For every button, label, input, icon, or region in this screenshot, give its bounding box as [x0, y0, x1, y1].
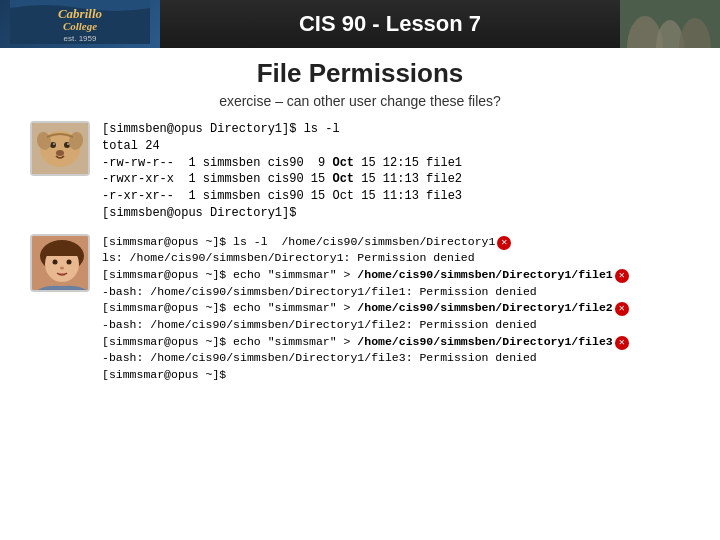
terminal-bottom-line-4: -bash: /home/cis90/simmsben/Directory1/f…: [102, 284, 690, 301]
terminal-top: [simmsben@opus Directory1]$ ls -l total …: [102, 121, 690, 222]
simmsben-avatar-container: [30, 121, 90, 176]
woman-avatar-svg: [32, 236, 90, 292]
error-icon-1: ✕: [497, 236, 511, 250]
terminal-bottom-line-8: -bash: /home/cis90/simmsben/Directory1/f…: [102, 350, 690, 367]
simmsben-avatar: [30, 121, 90, 176]
header-title: CIS 90 - Lesson 7: [160, 11, 620, 37]
logo-svg: Cabrillo College est. 1959: [10, 0, 150, 44]
svg-point-22: [67, 259, 72, 264]
page-subtitle: exercise – can other user change these f…: [30, 93, 690, 109]
svg-point-15: [56, 150, 64, 156]
bottom-section: [simmsmar@opus ~]$ ls -l /home/cis90/sim…: [30, 234, 690, 384]
header: Cabrillo College est. 1959 CIS 90 - Less…: [0, 0, 720, 48]
simmsmar-avatar: [30, 234, 90, 292]
logo-area: Cabrillo College est. 1959: [0, 0, 160, 48]
svg-point-14: [67, 143, 69, 145]
terminal-bottom-line-9: [simmsmar@opus ~]$: [102, 367, 690, 384]
top-section: [simmsben@opus Directory1]$ ls -l total …: [30, 121, 690, 222]
svg-point-23: [60, 266, 64, 269]
terminal-line-4: -rwxr-xr-x 1 simmsben cis90 15 Oct 15 11…: [102, 171, 690, 188]
terminal-bottom-line-1: [simmsmar@opus ~]$ ls -l /home/cis90/sim…: [102, 234, 690, 251]
page-title: File Permissions: [30, 58, 690, 89]
terminal-bottom: [simmsmar@opus ~]$ ls -l /home/cis90/sim…: [102, 234, 690, 384]
error-icon-2: ✕: [615, 269, 629, 283]
terminal-line-5: -r-xr-xr-- 1 simmsben cis90 15 Oct 15 11…: [102, 188, 690, 205]
header-decoration-svg: [620, 0, 720, 48]
terminal-bottom-line-6: -bash: /home/cis90/simmsben/Directory1/f…: [102, 317, 690, 334]
error-icon-3: ✕: [615, 302, 629, 316]
svg-text:Cabrillo: Cabrillo: [58, 6, 103, 21]
terminal-line-6: [simmsben@opus Directory1]$: [102, 205, 690, 222]
svg-rect-8: [620, 0, 720, 48]
terminal-bottom-line-2: ls: /home/cis90/simmsben/Directory1: Per…: [102, 250, 690, 267]
error-icon-4: ✕: [615, 336, 629, 350]
terminal-bottom-line-5: [simmsmar@opus ~]$ echo "simmsmar" > /ho…: [102, 300, 690, 317]
svg-text:est. 1959: est. 1959: [64, 34, 97, 43]
terminal-line-3: -rw-rw-r-- 1 simmsben cis90 9 Oct 15 12:…: [102, 155, 690, 172]
main-content: File Permissions exercise – can other us…: [0, 48, 720, 394]
terminal-bottom-line-7: [simmsmar@opus ~]$ echo "simmsmar" > /ho…: [102, 334, 690, 351]
svg-text:College: College: [63, 20, 97, 32]
terminal-line-2: total 24: [102, 138, 690, 155]
svg-point-13: [53, 143, 55, 145]
terminal-bottom-line-3: [simmsmar@opus ~]$ echo "simmsmar" > /ho…: [102, 267, 690, 284]
svg-point-21: [53, 259, 58, 264]
header-image-right: [620, 0, 720, 48]
dog-avatar-svg: [32, 123, 88, 174]
terminal-line-1: [simmsben@opus Directory1]$ ls -l: [102, 121, 690, 138]
